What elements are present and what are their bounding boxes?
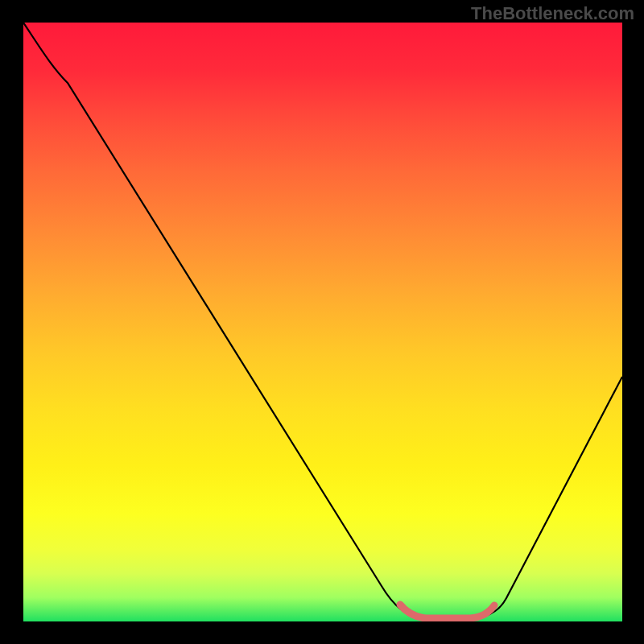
- main-curve-path: [23, 23, 622, 618]
- curve-svg: [23, 23, 622, 621]
- watermark-text: TheBottleneck.com: [471, 3, 634, 24]
- plot-area: [23, 23, 622, 621]
- highlight-segment: [400, 605, 494, 618]
